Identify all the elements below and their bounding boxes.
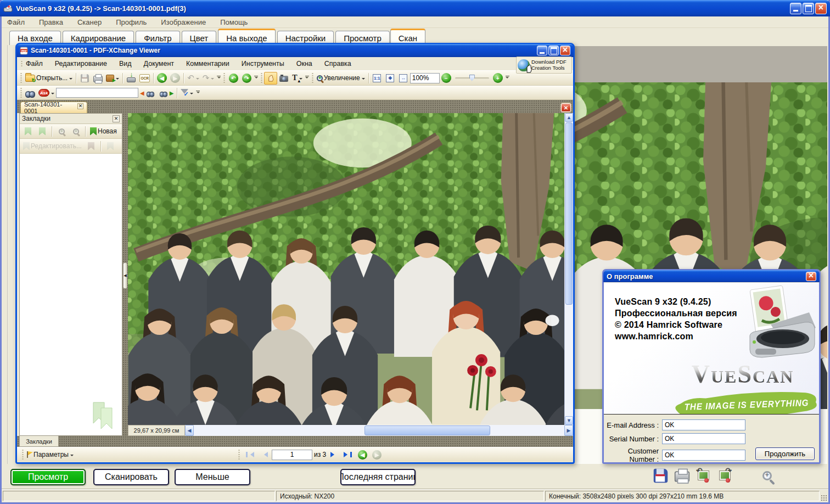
close-document-button[interactable]: ✕ [561,103,571,112]
next-page-button[interactable] [328,449,340,460]
bookmarks-close-icon[interactable]: ✕ [113,115,120,122]
toolbar-grip[interactable] [260,72,263,83]
toolbar-overflow-icon[interactable] [504,72,511,85]
pdf-menu-help[interactable]: Справка [324,60,351,68]
pdf-menu-document[interactable]: Документ [144,60,174,68]
new-bookmark-button[interactable]: Новая [88,125,119,138]
find-next-button[interactable]: ▶ [157,87,176,99]
scroll-up-icon[interactable]: ▲ [565,113,573,122]
ask-button[interactable]: Ask [37,87,56,99]
pdf-menu-tools[interactable]: Инструменты [242,60,284,68]
previous-page-button[interactable] [257,449,270,460]
redo-button[interactable]: ↷ [201,72,216,85]
panel-splitter[interactable]: ◀ [122,113,128,436]
toolbar-grip[interactable] [20,88,23,98]
save-button[interactable] [78,72,91,85]
move-bookmark-button[interactable] [104,140,117,153]
customer-field[interactable] [662,450,745,461]
tab-close-icon[interactable]: ✕ [77,103,83,109]
print-button[interactable] [91,72,104,85]
email-field[interactable] [662,419,745,430]
pdf-menu-comments[interactable]: Комментарии [186,60,229,68]
document-tab[interactable]: Scan-140301-0001 ✕ [20,102,87,113]
scroll-right-icon[interactable]: ▶ [564,425,573,436]
rotate-right-button[interactable]: ↷ [716,467,733,484]
scan-button[interactable]: Сканировать [93,469,169,485]
toolbar-grip[interactable] [223,72,226,83]
vuescan-titlebar[interactable]: VueScan 9 x32 (9.4.25) -> Scan-140301-00… [0,0,830,16]
about-titlebar[interactable]: О программе [603,270,820,282]
toolbar-overflow-icon[interactable] [216,72,222,85]
filter-button[interactable] [179,87,195,99]
export-button[interactable] [104,72,121,85]
rotate-ccw-button[interactable]: ↶ [227,72,240,85]
fit-width-button[interactable]: ↔ [397,72,410,85]
menubar-grip[interactable] [20,60,23,67]
toolbar-overflow-icon[interactable] [304,72,310,85]
undo-button[interactable]: ↶ [186,72,201,85]
scroll-left-icon[interactable]: ◀ [185,425,194,436]
previous-view-button[interactable]: ◀ [155,72,169,85]
rotate-cw-button[interactable]: ↷ [240,72,253,85]
bookmarks-bottom-tab[interactable]: Закладки [19,436,59,447]
resize-grip[interactable] [821,495,828,502]
bookmark-zoom-out-button[interactable] [69,125,82,138]
less-button[interactable]: Меньше [175,469,250,485]
expand-bookmarks-button[interactable] [21,125,35,138]
preview-button[interactable]: Просмотр [10,469,86,485]
scroll-down-icon[interactable]: ▼ [565,416,573,425]
close-button[interactable] [815,3,827,14]
maximize-button[interactable] [803,3,814,14]
last-page-button[interactable]: Последняя страниц [340,469,416,485]
toolbar-grip[interactable] [311,72,314,83]
scanned-photo[interactable] [128,113,564,425]
pdf-minimize-button[interactable] [537,46,547,55]
pdf-maximize-button[interactable] [548,46,559,55]
serial-field[interactable] [662,433,745,444]
pdf-menu-file[interactable]: Файл [26,60,43,68]
edit-bookmark-button[interactable]: Редактировать... [21,140,83,153]
collapse-panel-handle[interactable]: ◀ [123,262,127,289]
vertical-scrollbar[interactable]: ▲ ▼ [564,113,573,425]
zoom-tool-button[interactable]: Увеличение [315,72,367,85]
page-number-input[interactable] [272,450,312,460]
continue-button[interactable]: Продолжить [755,447,815,460]
menu-file[interactable]: Файл [7,18,25,26]
menu-help[interactable]: Помощь [220,18,248,26]
fit-page-button[interactable]: ✥ [384,72,397,85]
previous-view-nav-button[interactable]: ◀ [356,449,369,460]
toolbar-grip[interactable] [238,450,240,460]
snapshot-button[interactable] [277,72,290,85]
about-close-button[interactable] [806,272,816,281]
download-pdf-tools-button[interactable]: Download PDFCreation Tools [516,57,572,74]
hand-tool-button[interactable] [264,72,277,85]
last-page-nav-button[interactable] [342,449,355,460]
menu-profile[interactable]: Профиль [116,18,147,26]
bookmarks-list[interactable] [20,154,122,435]
pdf-menu-view[interactable]: Вид [119,60,132,68]
toolbar-grip[interactable] [20,72,23,83]
options-button[interactable]: Параметры [25,449,75,461]
rotate-left-button[interactable]: ↶ [695,467,711,484]
toolbar-overflow-icon[interactable] [253,72,259,85]
first-page-button[interactable] [243,449,256,460]
menu-image[interactable]: Изображение [161,18,206,26]
from-scanner-button[interactable] [125,72,138,85]
zoom-slider[interactable] [455,77,489,79]
menu-edit[interactable]: Правка [39,18,63,26]
next-view-button[interactable]: ▶ [169,72,182,85]
toolbar-grip[interactable] [21,449,24,460]
open-button[interactable]: Открыть... [24,72,74,85]
ocr-button[interactable]: OCR [138,72,152,85]
horizontal-scroll-thumb[interactable] [364,425,491,435]
pdf-menu-edit[interactable]: Редактирование [55,60,107,68]
vertical-scroll-thumb[interactable] [565,122,573,305]
select-text-button[interactable]: T [290,72,304,85]
zoom-slider-thumb[interactable] [469,75,475,81]
toolbar-overflow-icon[interactable] [195,87,201,99]
save-scan-button[interactable] [652,467,669,484]
delete-bookmark-button[interactable] [85,140,98,153]
zoom-out-button[interactable]: − [440,72,453,85]
search-input[interactable] [56,88,138,98]
horizontal-scrollbar[interactable] [194,425,564,436]
